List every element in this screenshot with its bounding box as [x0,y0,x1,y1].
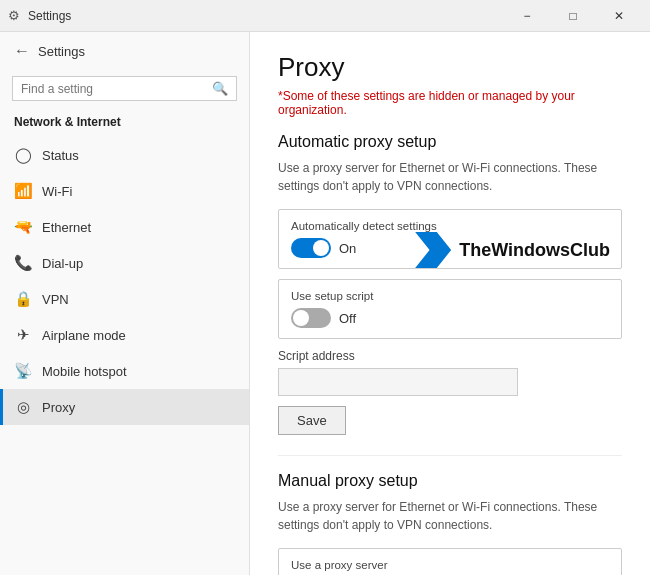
sidebar-item-proxy[interactable]: ◎ Proxy [0,389,249,425]
sidebar-search-box[interactable]: 🔍 [12,76,237,101]
sidebar-item-label: VPN [42,292,69,307]
sidebar-item-label: Dial-up [42,256,83,271]
close-button[interactable]: ✕ [596,0,642,32]
sidebar-back-label: Settings [38,44,85,59]
sidebar-section-label: Network & Internet [0,111,249,137]
status-icon: ◯ [14,146,32,164]
ethernet-icon: 🔫 [14,218,32,236]
sidebar-item-hotspot[interactable]: 📡 Mobile hotspot [0,353,249,389]
script-address-label: Script address [278,349,622,363]
proxy-server-toggle-box: Use a proxy server Off [278,548,622,575]
script-address-input[interactable] [278,368,518,396]
dialup-icon: 📞 [14,254,32,272]
auto-detect-state: On [339,241,356,256]
org-warning: *Some of these settings are hidden or ma… [278,89,622,117]
manual-section-title: Manual proxy setup [278,472,622,490]
search-input[interactable] [21,82,212,96]
sidebar-item-label: Wi-Fi [42,184,72,199]
proxy-icon: ◎ [14,398,32,416]
manual-section-desc: Use a proxy server for Ethernet or Wi-Fi… [278,498,622,534]
auto-detect-toggle[interactable] [291,238,331,258]
setup-script-toggle-box: Use setup script Off [278,279,622,339]
setup-script-toggle[interactable] [291,308,331,328]
sidebar-item-wifi[interactable]: 📶 Wi-Fi [0,173,249,209]
auto-detect-label: Automatically detect settings [291,220,609,232]
sidebar-item-airplane[interactable]: ✈ Airplane mode [0,317,249,353]
back-arrow-icon: ← [14,42,30,60]
setup-script-state: Off [339,311,356,326]
proxy-server-label: Use a proxy server [291,559,609,571]
sidebar-back-button[interactable]: ← Settings [0,32,249,70]
sidebar-item-label: Status [42,148,79,163]
save-button[interactable]: Save [278,406,346,435]
setup-script-label: Use setup script [291,290,609,302]
sidebar: ← Settings 🔍 Network & Internet ◯ Status… [0,32,250,575]
airplane-icon: ✈ [14,326,32,344]
vpn-icon: 🔒 [14,290,32,308]
sidebar-item-dialup[interactable]: 📞 Dial-up [0,245,249,281]
sidebar-item-label: Ethernet [42,220,91,235]
sidebar-item-label: Airplane mode [42,328,126,343]
sidebar-item-vpn[interactable]: 🔒 VPN [0,281,249,317]
hotspot-icon: 📡 [14,362,32,380]
titlebar: ⚙ Settings − □ ✕ [0,0,650,32]
sidebar-item-status[interactable]: ◯ Status [0,137,249,173]
app-body: ← Settings 🔍 Network & Internet ◯ Status… [0,32,650,575]
wifi-icon: 📶 [14,182,32,200]
setup-script-toggle-row: Off [291,308,609,328]
titlebar-title: Settings [28,9,504,23]
sidebar-item-label: Proxy [42,400,75,415]
page-title: Proxy [278,52,622,83]
content-area: TheWindowsClub Proxy *Some of these sett… [250,32,650,575]
maximize-button[interactable]: □ [550,0,596,32]
sidebar-item-ethernet[interactable]: 🔫 Ethernet [0,209,249,245]
sidebar-item-label: Mobile hotspot [42,364,127,379]
section-divider [278,455,622,456]
titlebar-controls: − □ ✕ [504,0,642,32]
automatic-section-title: Automatic proxy setup [278,133,622,151]
auto-detect-toggle-row: On [291,238,609,258]
automatic-section-desc: Use a proxy server for Ethernet or Wi-Fi… [278,159,622,195]
auto-detect-toggle-box: Automatically detect settings On [278,209,622,269]
search-icon: 🔍 [212,81,228,96]
minimize-button[interactable]: − [504,0,550,32]
